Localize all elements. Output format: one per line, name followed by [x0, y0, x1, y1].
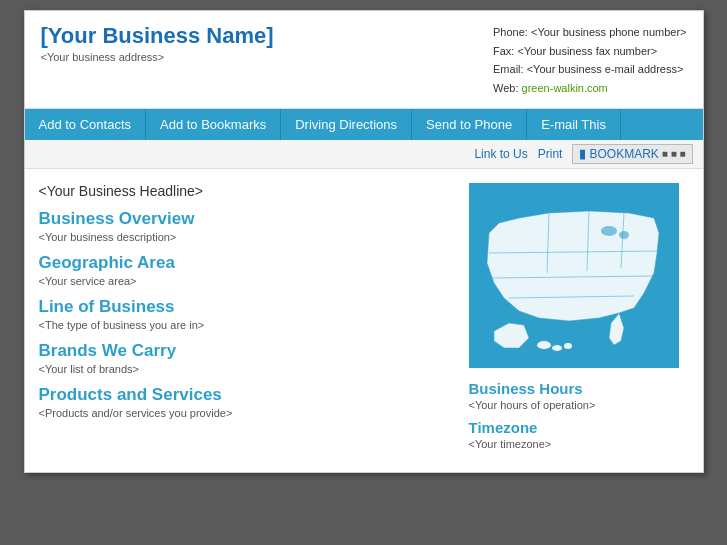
brands-title: Brands We Carry	[39, 341, 455, 361]
products-desc: <Products and/or services you provide>	[39, 407, 455, 419]
nav-add-to-contacts[interactable]: Add to Contacts	[25, 109, 147, 140]
geographic-desc: <Your service area>	[39, 275, 455, 287]
nav-driving-directions[interactable]: Driving Directions	[281, 109, 412, 140]
web-link[interactable]: green-walkin.com	[522, 82, 608, 94]
line-of-business-title: Line of Business	[39, 297, 455, 317]
header: [Your Business Name] <Your business addr…	[25, 11, 703, 109]
bookmark-icon: ▮	[579, 147, 586, 161]
navbar: Add to Contacts Add to Bookmarks Driving…	[25, 109, 703, 140]
map-container	[469, 183, 679, 368]
header-left: [Your Business Name] <Your business addr…	[41, 23, 274, 63]
business-headline: <Your Business Headline>	[39, 183, 455, 199]
svg-point-8	[619, 231, 629, 239]
business-hours-desc: <Your hours of operation>	[469, 399, 689, 411]
products-title: Products and Services	[39, 385, 455, 405]
overview-desc: <Your business description>	[39, 231, 455, 243]
business-name: [Your Business Name]	[41, 23, 274, 49]
svg-point-10	[552, 345, 562, 351]
brands-desc: <Your list of brands>	[39, 363, 455, 375]
page-wrapper: [Your Business Name] <Your business addr…	[24, 10, 704, 473]
link-to-us[interactable]: Link to Us	[474, 147, 527, 161]
geographic-title: Geographic Area	[39, 253, 455, 273]
line-of-business-desc: <The type of business you are in>	[39, 319, 455, 331]
nav-send-to-phone[interactable]: Send to Phone	[412, 109, 527, 140]
bookmark-icons-extra: ■ ■ ■	[662, 148, 686, 159]
timezone-desc: <Your timezone>	[469, 438, 689, 450]
phone-label: Phone: <Your business phone number>	[493, 23, 686, 42]
business-hours-title: Business Hours	[469, 380, 689, 397]
print-link[interactable]: Print	[538, 147, 563, 161]
svg-point-7	[601, 226, 617, 236]
svg-point-11	[564, 343, 572, 349]
web-label: Web: green-walkin.com	[493, 79, 686, 98]
timezone-title: Timezone	[469, 419, 689, 436]
main-content: <Your Business Headline> Business Overvi…	[25, 169, 703, 472]
left-column: <Your Business Headline> Business Overvi…	[39, 183, 455, 458]
bookmark-label: BOOKMARK	[589, 147, 658, 161]
utility-bar: Link to Us Print ▮ BOOKMARK ■ ■ ■	[25, 140, 703, 169]
svg-point-9	[537, 341, 551, 349]
us-map-svg	[469, 183, 679, 368]
header-right: Phone: <Your business phone number> Fax:…	[493, 23, 686, 98]
business-address: <Your business address>	[41, 51, 274, 63]
nav-add-to-bookmarks[interactable]: Add to Bookmarks	[146, 109, 281, 140]
fax-label: Fax: <Your business fax number>	[493, 42, 686, 61]
nav-email-this[interactable]: E-mail This	[527, 109, 621, 140]
right-column: Business Hours <Your hours of operation>…	[469, 183, 689, 458]
bookmark-button[interactable]: ▮ BOOKMARK ■ ■ ■	[572, 144, 692, 164]
overview-title: Business Overview	[39, 209, 455, 229]
email-label: Email: <Your business e-mail address>	[493, 60, 686, 79]
